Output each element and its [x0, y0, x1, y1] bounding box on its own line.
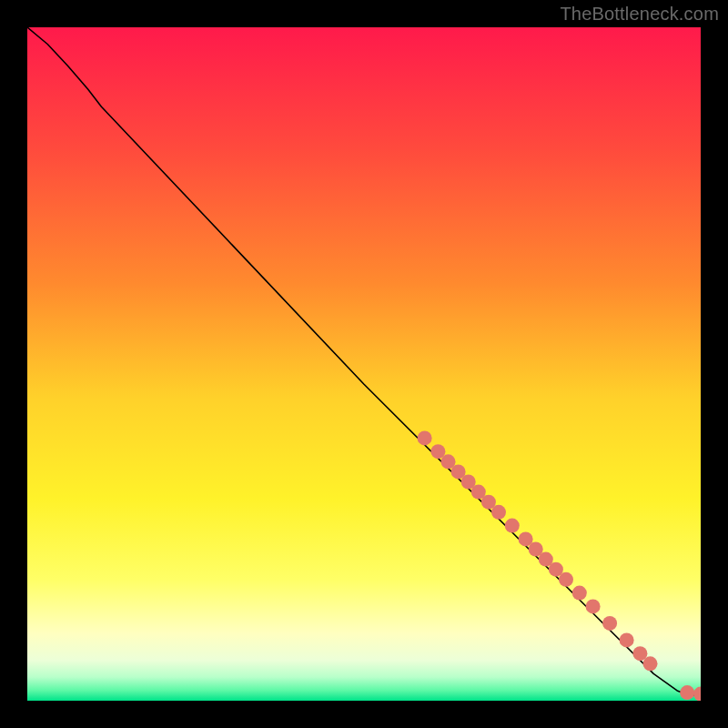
plot-frame	[27, 27, 701, 701]
scatter-point	[620, 632, 634, 647]
gradient-background	[27, 27, 701, 701]
scatter-point	[491, 505, 506, 520]
scatter-point	[643, 656, 658, 671]
scatter-point	[586, 599, 601, 613]
scatter-point	[418, 430, 432, 445]
scatter-point	[602, 616, 617, 631]
chart-stage: TheBottleneck.com	[0, 0, 728, 728]
scatter-point	[572, 586, 587, 601]
attribution-label: TheBottleneck.com	[560, 4, 719, 25]
scatter-point	[680, 685, 694, 700]
scatter-point	[559, 572, 573, 587]
plot-svg	[27, 27, 701, 701]
scatter-point	[505, 519, 520, 533]
